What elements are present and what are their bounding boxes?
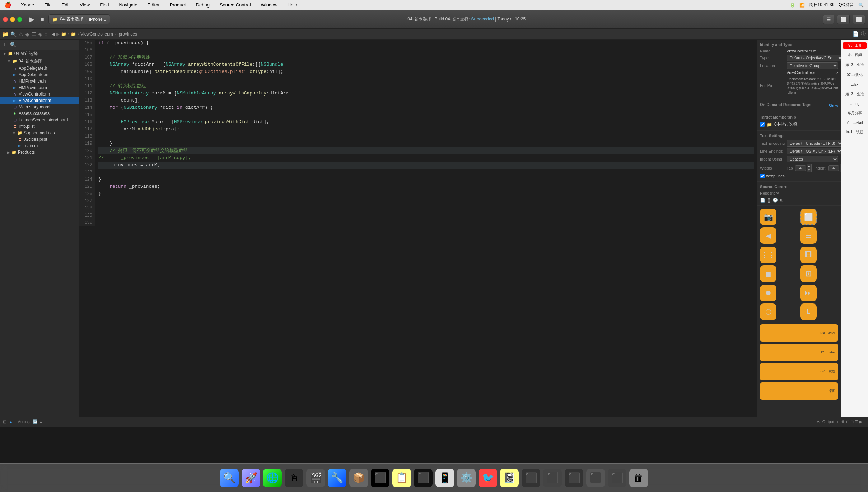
folder-yellow-4[interactable]: 桌面 [760,382,838,400]
sidebar-item-viewcontroller-m[interactable]: m ViewController.m [0,97,79,104]
sidebar-item-products[interactable]: ▶ 📁 Products [0,149,79,156]
csdn-item-4[interactable]: …png [843,100,867,107]
folder-yellow-2[interactable]: ZJL…etail [760,344,838,361]
test-nav-icon[interactable]: ◆ [25,31,29,37]
breadcrumb-item-project[interactable]: 📁 [61,32,66,37]
yellow-icon-list[interactable]: ☰ [800,227,817,244]
minimize-button[interactable] [10,17,15,22]
yellow-icon-square[interactable]: ◼ [760,265,776,282]
code-lines[interactable]: if (!_provinces) { // 加载为字典数组 NSArray *d… [95,40,757,226]
debug-nav-icon[interactable]: ☰ [32,31,36,37]
menu-view[interactable]: View [78,1,92,8]
sidebar-item-hmprovince-m[interactable]: m HMProvince.m [0,84,79,91]
dock-launchpad[interactable]: 🚀 [242,469,260,487]
sidebar-item-info-plist[interactable]: ≣ Info.plist [0,123,79,130]
run-button[interactable]: ▶ [28,14,36,25]
sidebar-item-launch-storyboard[interactable]: ⊡ LaunchScreen.storyboard [0,117,79,123]
dock-safari[interactable]: 🌐 [263,469,282,487]
sidebar-item-main-m[interactable]: m main.m [0,143,79,149]
menu-file[interactable]: File [42,1,54,8]
search-nav-icon[interactable]: 🔍 [10,31,17,37]
yellow-icon-l[interactable]: L [800,303,817,320]
sidebar-item-viewcontroller-h[interactable]: h ViewController.h [0,91,79,97]
scheme-selector[interactable]: 📁 04-省市选择 › iPhone 6 [48,14,110,24]
yellow-icon-movie[interactable]: 🎞 [800,247,817,263]
tab-decrement-btn[interactable]: ▼ [807,168,812,172]
nav-info-icon[interactable]: ⓘ [861,31,866,37]
sidebar-item-group1[interactable]: ▼ 📁 04-省市选择 [0,57,79,65]
dock-finder[interactable]: 🔍 [220,469,239,487]
dock-quicktime[interactable]: 🎬 [306,469,325,487]
csdn-item-2[interactable]: 07…(优化 [843,71,867,79]
encoding-select[interactable]: Default - Unicode (UTF-8) [787,140,841,147]
indent-using-select[interactable]: Spaces [787,156,838,162]
scope-btns[interactable]: 🔄 ▲ [33,419,43,424]
nav-file-icon[interactable]: 📄 [853,31,859,37]
csdn-item-0[interactable]: 未…视频 [843,51,867,59]
breadcrumb-file[interactable]: ViewController.m [80,32,113,37]
dock-app15[interactable]: ⬛ [522,469,540,487]
sidebar-item-hmprovince-h[interactable]: h HMProvince.h [0,78,79,84]
disclosure-products[interactable]: ▶ [7,150,10,154]
report-nav-icon[interactable]: ≡ [45,31,47,37]
yellow-icon-grid2[interactable]: ⊞ [800,265,817,282]
sidebar-item-appdelegate-h[interactable]: h AppDelegate.h [0,65,79,71]
sidebar-filter-btn[interactable]: 🔍 [9,41,18,48]
menu-input-method[interactable]: QQ拼音 [839,2,854,8]
bottom-left-pane[interactable] [0,427,434,463]
menu-editor[interactable]: Editor [145,1,162,8]
menu-find[interactable]: Find [98,1,111,8]
show-label[interactable]: Show [828,103,838,108]
sidebar-item-xcassets[interactable]: ★ Assets.xcassets [0,110,79,117]
menu-edit[interactable]: Edit [60,1,72,8]
debug-panel-btn[interactable]: ⬜ [837,15,850,24]
tab-increment-btn[interactable]: ▲ [807,164,812,168]
folder-nav-icon[interactable]: 📁 [2,31,8,37]
line-endings-select[interactable]: Default - OS X / Unix (LF) [787,148,841,154]
type-select[interactable]: Default - Objective-C So... [787,55,841,61]
dock-app19[interactable]: ⬛ [608,469,626,487]
dock-mouse[interactable]: 🖱 [285,469,303,487]
breakpoint-nav-icon[interactable]: ◈ [38,31,42,37]
breadcrumb-item-0[interactable]: ◀ [52,32,55,37]
sc-file-icon[interactable]: 📄 [760,198,765,203]
csdn-item-zjl[interactable]: ZJL…etail [843,119,867,126]
dock-terminal[interactable]: ⬛ [371,469,389,487]
sidebar-item-main-storyboard[interactable]: ⊡ Main.storyboard [0,104,79,110]
yellow-icon-back[interactable]: ◀ [760,227,776,244]
menu-source-control[interactable]: Source Control [218,1,253,8]
apple-menu[interactable]: 🍎 [4,1,11,8]
output-icons[interactable]: 🗑 ⊞ ⊡ ☰ ▶ [841,419,862,424]
dock-xcode[interactable]: 🔧 [328,469,346,487]
dock-app13[interactable]: 🐦 [479,469,497,487]
csdn-item-ios[interactable]: ios1…试题 [843,128,867,136]
menu-xcode[interactable]: Xcode [19,1,36,8]
sc-clock-icon[interactable]: 🕐 [773,198,778,203]
tab-input[interactable] [795,165,806,171]
breadcrumb-symbol[interactable]: -provinces [117,32,137,37]
auto-label[interactable]: Auto ◇ [18,419,30,424]
menu-debug[interactable]: Debug [194,1,212,8]
disclosure-root[interactable]: ▼ [3,52,6,56]
menu-navigate[interactable]: Navigate [117,1,139,8]
csdn-item-5[interactable]: 车丹分享 [843,109,867,117]
dock-app16[interactable]: ⬛ [543,469,562,487]
menu-search-icon[interactable]: 🔍 [858,3,864,8]
all-output-label[interactable]: All Output ◇ [817,419,838,424]
bottom-right-pane[interactable] [434,427,868,463]
csdn-item-1[interactable]: 第13…业准 [843,61,867,69]
sidebar-item-supporting-files[interactable]: ▼ 📁 Supporting Files [0,130,79,136]
disclosure-supporting[interactable]: ▼ [12,131,16,135]
stop-button[interactable]: ■ [39,14,46,24]
bottom-panel-icon[interactable]: ⊞ [3,419,7,424]
yellow-icon-selector[interactable]: ⬜ [800,209,817,225]
yellow-icon-forward[interactable]: ⏭ [800,285,817,301]
close-button[interactable] [3,17,8,22]
sidebar-item-appdelegate-m[interactable]: m AppDelegate.m [0,71,79,78]
maximize-button[interactable] [17,17,22,22]
sc-grid-icon[interactable]: ⊞ [780,198,784,203]
disclosure-group1[interactable]: ▼ [7,59,11,63]
csdn-item-xlsx[interactable]: .xlsx [843,81,867,88]
navigator-panel-btn[interactable]: ☰ [823,15,834,24]
yellow-icon-cube[interactable]: ⬡ [760,303,776,320]
